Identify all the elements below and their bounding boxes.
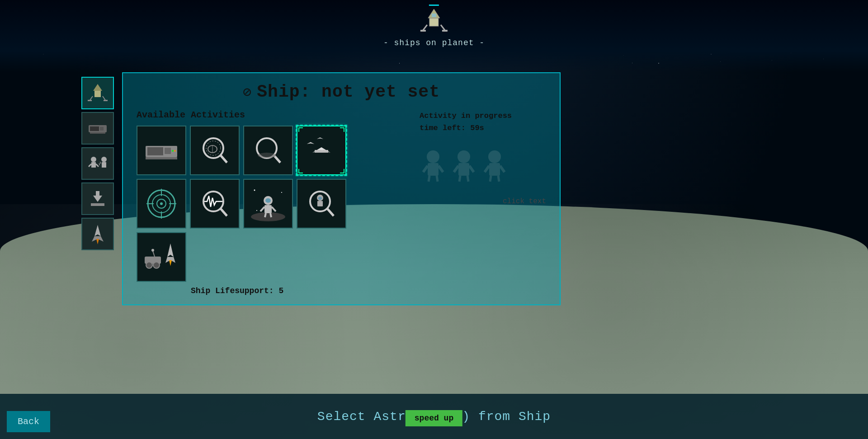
activity-cell-4[interactable] — [137, 179, 186, 229]
svg-point-77 — [281, 192, 282, 193]
svg-marker-30 — [96, 239, 99, 244]
crew-icon — [86, 152, 109, 175]
activity-cell-5[interactable] — [190, 179, 240, 229]
svg-point-36 — [172, 150, 174, 152]
sidebar — [81, 77, 114, 250]
svg-point-90 — [151, 249, 154, 252]
time-left-label: time left: 59s — [420, 124, 484, 132]
svg-rect-12 — [88, 100, 92, 101]
svg-line-99 — [437, 176, 438, 182]
svg-point-76 — [254, 190, 255, 191]
svg-rect-16 — [100, 127, 104, 131]
activity-cell-7[interactable] — [297, 179, 346, 229]
svg-point-68 — [251, 212, 285, 221]
click-text-label[interactable]: click text — [420, 197, 546, 205]
svg-line-109 — [500, 166, 505, 172]
svg-point-88 — [153, 262, 160, 268]
activity-in-progress: Activity in progress time left: 59s — [420, 110, 546, 134]
svg-line-102 — [454, 166, 458, 172]
device-icon — [86, 117, 109, 140]
svg-rect-35 — [146, 157, 177, 159]
activity-icon-target — [141, 183, 182, 224]
panel-title-text: Ship: not yet set — [257, 82, 440, 102]
info-section: Activity in progress time left: 59s — [420, 110, 546, 295]
sidebar-item-device[interactable] — [81, 112, 114, 145]
svg-point-94 — [427, 150, 439, 163]
activity-icon-seismic — [194, 183, 235, 224]
svg-point-87 — [146, 262, 152, 268]
activity-cell-2[interactable] — [243, 126, 293, 175]
activity-icon-scan-surface — [248, 130, 288, 171]
sidebar-item-crew[interactable] — [81, 147, 114, 180]
svg-rect-15 — [90, 126, 99, 131]
svg-point-100 — [458, 150, 470, 163]
activity-cell-3[interactable] — [297, 126, 346, 175]
svg-rect-50 — [315, 150, 328, 153]
ghost-astronaut-1 — [420, 148, 447, 184]
svg-line-110 — [490, 176, 491, 182]
ghost-astronaut-3 — [481, 148, 508, 184]
activity-icon-scan-dish — [194, 130, 235, 171]
svg-point-37 — [174, 150, 176, 152]
svg-rect-13 — [104, 100, 108, 101]
speed-up-button[interactable]: speed up — [406, 410, 462, 426]
svg-point-78 — [256, 210, 257, 211]
download-icon — [86, 187, 109, 210]
svg-rect-19 — [91, 162, 96, 168]
svg-line-74 — [270, 213, 271, 217]
sidebar-item-download[interactable] — [81, 182, 114, 215]
activity-cell-1[interactable] — [190, 126, 240, 175]
ghost-astronauts — [420, 148, 546, 184]
svg-rect-25 — [91, 203, 104, 206]
main-panel: ⊘ Ship: not yet set Available Activities — [122, 72, 561, 305]
svg-rect-33 — [147, 147, 163, 155]
svg-point-18 — [91, 157, 96, 162]
sidebar-item-launch[interactable] — [81, 218, 114, 250]
activity-row-1 — [137, 179, 410, 229]
ship-icon — [86, 82, 109, 104]
activity-icon-rover-rocket — [141, 237, 182, 277]
svg-point-47 — [258, 153, 276, 158]
svg-rect-5 — [442, 30, 448, 32]
svg-rect-27 — [96, 191, 99, 199]
sidebar-item-ship[interactable] — [81, 77, 114, 109]
ghost-astronaut-2 — [450, 148, 477, 184]
svg-line-97 — [439, 166, 443, 172]
panel-title: ⊘ Ship: not yet set — [137, 82, 546, 102]
activity-cell-0[interactable] — [137, 126, 186, 175]
svg-line-103 — [469, 166, 474, 172]
svg-line-98 — [429, 176, 429, 182]
corner-br — [340, 169, 344, 173]
svg-marker-28 — [94, 225, 101, 236]
corner-tl — [298, 127, 303, 132]
svg-rect-7 — [429, 5, 439, 6]
svg-rect-95 — [428, 163, 439, 176]
svg-rect-17 — [90, 132, 105, 134]
svg-rect-44 — [248, 130, 288, 171]
back-button[interactable]: Back — [7, 411, 50, 432]
activity-row-0 — [137, 126, 410, 175]
panel-content-row: Available Activities — [137, 110, 546, 295]
svg-marker-22 — [99, 161, 101, 166]
svg-marker-9 — [93, 84, 102, 91]
ship-on-planet-area: - ships on planet - — [383, 0, 485, 47]
ship-lifesupport: Ship Lifesupport: 5 — [191, 286, 410, 295]
corner-tr — [340, 127, 344, 132]
svg-line-104 — [459, 176, 460, 182]
corner-bl — [298, 169, 303, 173]
svg-rect-107 — [489, 163, 500, 176]
svg-line-108 — [485, 166, 489, 172]
svg-line-73 — [265, 213, 266, 217]
ship-sprite — [418, 5, 450, 36]
svg-point-58 — [160, 202, 163, 205]
activity-icon-astronaut-surface — [248, 183, 288, 224]
activity-icon-scan-astronaut — [301, 183, 342, 224]
svg-line-21 — [96, 164, 99, 167]
activity-row-2 — [137, 232, 410, 282]
activity-cell-6[interactable] — [243, 179, 293, 229]
svg-line-111 — [498, 176, 499, 182]
activities-section: Available Activities — [137, 110, 410, 295]
activity-cell-8[interactable] — [137, 232, 186, 282]
launch-icon — [86, 223, 109, 245]
activity-in-progress-label: Activity in progress — [420, 112, 512, 120]
